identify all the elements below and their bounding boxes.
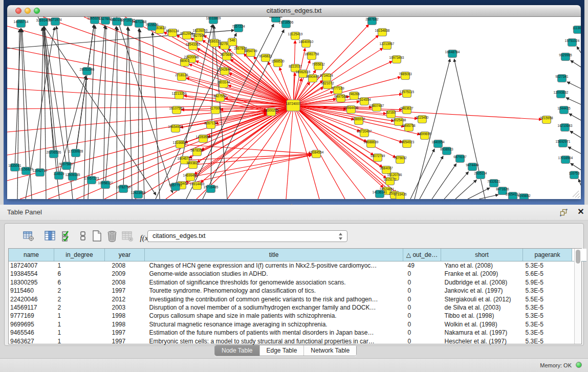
cell-in_degree[interactable]: 1 [54,312,105,320]
graph-node[interactable]: 5371974 [49,18,62,26]
cell-pagerank[interactable]: 5.3E-5 [523,329,572,337]
cell-out_degree[interactable]: 0 [403,320,441,329]
cell-out_degree[interactable]: 0 [403,337,441,345]
graph-node[interactable]: 11156829 [19,167,33,175]
table-row[interactable]: 946554611997Estimation of the future num… [9,329,586,337]
cell-name[interactable]: 14569117 [9,303,54,312]
cell-name[interactable]: 22420046 [9,295,54,303]
graph-node[interactable]: 28053346 [80,68,95,75]
tab-node-table[interactable]: Node Table [215,345,259,356]
cell-title[interactable]: Investigating the contribution of common… [145,295,403,303]
table-scrollbar-thumb[interactable] [576,250,580,264]
graph-node[interactable]: 10973493 [389,56,404,63]
graph-node[interactable]: 1244415 [557,106,571,114]
cell-name[interactable]: 19384554 [9,270,54,278]
cell-out_degree[interactable]: 49 [403,261,441,270]
graph-node[interactable]: 7875692 [394,156,407,164]
graph-node[interactable]: 16543362 [186,42,201,50]
resize-grip[interactable] [573,191,580,198]
graph-node[interactable]: 7357224 [232,25,245,32]
cell-year[interactable]: 2012 [105,295,145,303]
graph-node[interactable]: 16033809 [206,17,221,24]
graph-node[interactable]: 9463627 [400,106,413,114]
cell-pagerank[interactable]: 5.3E-5 [523,337,572,345]
graph-node[interactable]: 8427552 [213,94,227,102]
select-columns-icon[interactable] [43,229,57,243]
cell-year[interactable]: 2008 [105,261,145,270]
cell-year[interactable]: 2008 [105,278,145,287]
graph-node[interactable]: 12213359 [172,92,187,99]
graph-node[interactable]: 20206526 [47,150,61,158]
graph-node[interactable]: 7955812 [312,62,325,70]
column-header-pagerank[interactable]: pagerank [523,249,572,261]
cell-out_degree[interactable]: 0 [403,303,441,312]
cell-out_degree[interactable]: 0 [403,287,441,295]
close-panel-icon[interactable]: ✕ [576,207,585,217]
graph-node[interactable]: 19218506 [279,20,294,28]
column-header-out_degree[interactable]: △ out_de… [403,249,441,261]
graph-node[interactable]: 10688639 [364,140,379,148]
graph-node[interactable]: 17016504 [558,156,573,164]
graph-node[interactable]: 8938923 [440,147,453,155]
cell-in_degree[interactable]: 1 [54,337,105,345]
graph-node[interactable]: 19654923 [400,140,415,148]
graph-node[interactable]: 6879197 [453,155,467,163]
graph-node[interactable]: 16640910 [299,40,314,48]
graph-node[interactable]: 1615172 [383,178,397,185]
column-header-name[interactable]: name [9,249,54,261]
graph-node[interactable]: 10958127 [98,181,113,189]
cell-title[interactable]: Corpus callosum shape and size in male p… [145,312,403,320]
trash-icon[interactable] [105,229,119,243]
memory-status-icon[interactable] [576,362,582,368]
graph-node[interactable]: 16154838 [375,29,390,36]
column-header-title[interactable]: title [145,249,403,261]
column-header-short[interactable]: short [441,249,523,261]
cell-name[interactable]: 9465546 [9,329,54,337]
graph-node[interactable]: 16782759 [116,185,131,193]
table-settings-icon[interactable] [21,229,36,243]
graph-node[interactable]: 8454749 [244,49,257,57]
graph-node[interactable]: 15751024 [565,39,580,47]
cell-short[interactable]: Wolkin et al. (1998) [441,320,523,329]
cell-short[interactable]: Tibbo et al. (1998) [441,312,523,320]
checkboxes-icon[interactable] [60,229,74,243]
cell-pagerank[interactable]: 5.9E-5 [523,278,572,287]
cell-short[interactable]: Yano et al. (2008) [441,261,523,270]
panel-splitter-handle[interactable]: ⌃ [290,203,294,208]
graph-node[interactable]: 9495758 [402,124,416,132]
cell-name[interactable]: 9115460 [9,287,54,295]
graph-node[interactable]: 7386932 [352,117,365,125]
graph-node[interactable]: 15692971 [556,140,571,147]
graph-node[interactable]: 98901 [180,59,189,67]
column-header-year[interactable]: year [105,249,145,261]
cell-name[interactable]: 18724007 [9,261,54,270]
cell-title[interactable]: Estimation of significance thresholds fo… [145,278,403,287]
graph-node[interactable]: 9227341 [555,75,569,82]
graph-node[interactable]: 3493822 [186,161,200,169]
graph-node[interactable]: 7485063 [399,72,412,80]
cell-short[interactable]: Hescheler et al. (1997) [441,337,523,345]
cell-pagerank[interactable]: 5.3E-5 [523,261,572,270]
graph-node[interactable]: 2803144 [217,80,230,88]
graph-node[interactable]: 1733426 [394,192,407,200]
cell-in_degree[interactable]: 1 [54,320,105,329]
cell-short[interactable]: Franke et al. (2009) [441,270,523,278]
cell-in_degree[interactable]: 6 [54,270,105,278]
graph-node[interactable]: 12213967 [380,42,395,50]
tab-network-table[interactable]: Network Table [303,345,356,356]
cell-year[interactable]: 1998 [105,320,145,329]
table-row[interactable]: 1872400712008Changes of HCN gene express… [9,261,586,270]
graph-node[interactable]: 19654923 [168,125,183,133]
table-row[interactable]: 2242004622012Investigating the contribut… [9,295,586,303]
graph-node[interactable]: 17339928 [69,149,83,157]
table-row[interactable]: 911546021997Tourette syndrome. Phenomeno… [9,287,586,295]
graph-node[interactable]: 9827506 [192,34,205,41]
cell-in_degree[interactable]: 2 [54,303,105,312]
table-row[interactable]: 969969511998Structural magnetic resonanc… [9,320,586,329]
cell-pagerank[interactable]: 5.5E-5 [523,295,572,303]
graph-node[interactable]: 16848784 [445,50,460,58]
table-selector[interactable]: citations_edges.txt [147,230,347,242]
graph-node[interactable]: 15720407 [357,129,372,137]
graph-node[interactable]: 13125419 [288,32,303,40]
cell-name[interactable]: 9777169 [9,312,54,320]
